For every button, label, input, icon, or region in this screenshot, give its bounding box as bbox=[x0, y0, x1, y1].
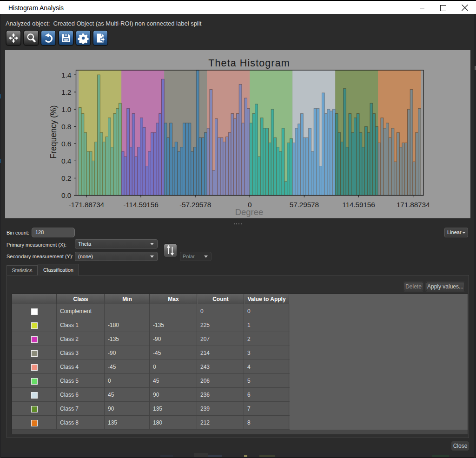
svg-text:0.8: 0.8 bbox=[61, 123, 72, 131]
svg-text:1.0: 1.0 bbox=[61, 105, 72, 113]
svg-text:0.6: 0.6 bbox=[61, 140, 72, 148]
svg-text:1.2: 1.2 bbox=[61, 88, 72, 96]
svg-text:-171.88734: -171.88734 bbox=[69, 201, 105, 209]
svg-text:171.88734: 171.88734 bbox=[397, 201, 430, 209]
svg-text:0.0: 0.0 bbox=[61, 191, 72, 199]
svg-text:114.59156: 114.59156 bbox=[342, 201, 375, 209]
svg-text:1.4: 1.4 bbox=[61, 71, 72, 79]
svg-text:-114.59156: -114.59156 bbox=[123, 201, 158, 209]
svg-text:Theta Histogram: Theta Histogram bbox=[208, 58, 290, 69]
svg-text:-57.29578: -57.29578 bbox=[179, 201, 211, 209]
svg-text:Frequency (%): Frequency (%) bbox=[49, 105, 58, 159]
svg-text:0.4: 0.4 bbox=[61, 157, 72, 165]
svg-text:0.2: 0.2 bbox=[61, 174, 72, 182]
svg-text:Degree: Degree bbox=[235, 207, 264, 217]
svg-text:57.29578: 57.29578 bbox=[290, 201, 319, 209]
